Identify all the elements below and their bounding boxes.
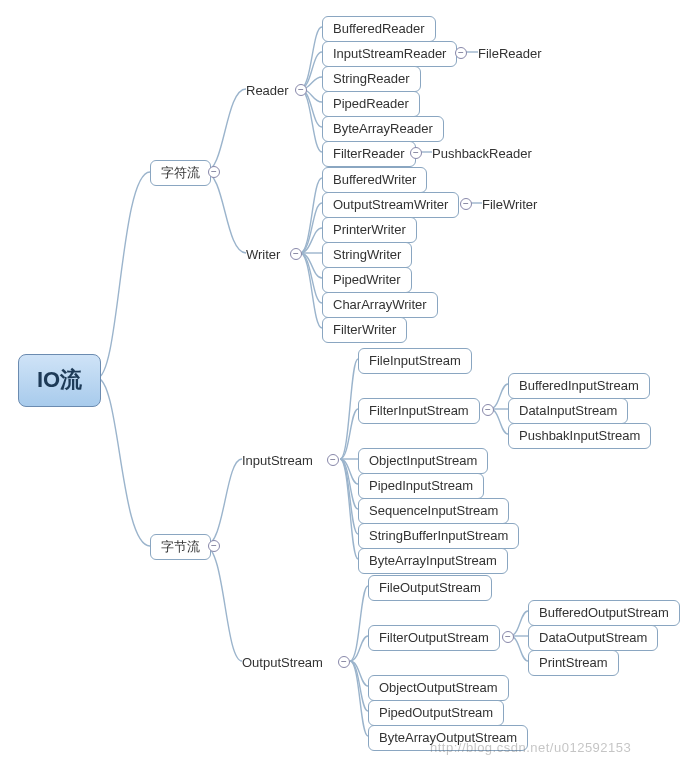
- node-file-input-stream[interactable]: FileInputStream: [358, 348, 472, 374]
- collapse-icon[interactable]: −: [290, 248, 302, 260]
- node-string-writer[interactable]: StringWriter: [322, 242, 412, 268]
- node-object-output-stream[interactable]: ObjectOutputStream: [368, 675, 509, 701]
- node-printer-writer[interactable]: PrinterWriter: [322, 217, 417, 243]
- node-piped-input-stream[interactable]: PipedInputStream: [358, 473, 484, 499]
- node-byte-array-input-stream[interactable]: ByteArrayInputStream: [358, 548, 508, 574]
- collapse-icon[interactable]: −: [208, 166, 220, 178]
- node-string-reader[interactable]: StringReader: [322, 66, 421, 92]
- node-buffered-reader[interactable]: BufferedReader: [322, 16, 436, 42]
- collapse-icon[interactable]: −: [295, 84, 307, 96]
- node-output-stream-writer[interactable]: OutputStreamWriter: [322, 192, 459, 218]
- node-print-stream[interactable]: PrintStream: [528, 650, 619, 676]
- node-char-stream[interactable]: 字符流: [150, 160, 211, 186]
- node-file-reader[interactable]: FileReader: [478, 45, 542, 63]
- collapse-icon[interactable]: −: [502, 631, 514, 643]
- watermark-text: http://blog.csdn.net/u012592153: [430, 740, 631, 755]
- node-byte-stream[interactable]: 字节流: [150, 534, 211, 560]
- node-char-array-writer[interactable]: CharArrayWriter: [322, 292, 438, 318]
- node-piped-reader[interactable]: PipedReader: [322, 91, 420, 117]
- node-buffered-output-stream[interactable]: BufferedOutputStream: [528, 600, 680, 626]
- node-file-output-stream[interactable]: FileOutputStream: [368, 575, 492, 601]
- node-file-writer[interactable]: FileWriter: [482, 196, 537, 214]
- collapse-icon[interactable]: −: [410, 147, 422, 159]
- node-filter-input-stream[interactable]: FilterInputStream: [358, 398, 480, 424]
- node-filter-writer[interactable]: FilterWriter: [322, 317, 407, 343]
- node-writer[interactable]: Writer: [246, 246, 280, 264]
- node-reader[interactable]: Reader: [246, 82, 289, 100]
- root-node[interactable]: IO流: [18, 354, 101, 407]
- node-data-output-stream[interactable]: DataOutputStream: [528, 625, 658, 651]
- node-sequence-input-stream[interactable]: SequenceInputStream: [358, 498, 509, 524]
- collapse-icon[interactable]: −: [482, 404, 494, 416]
- collapse-icon[interactable]: −: [460, 198, 472, 210]
- node-object-input-stream[interactable]: ObjectInputStream: [358, 448, 488, 474]
- node-pushback-reader[interactable]: PushbackReader: [432, 145, 532, 163]
- collapse-icon[interactable]: −: [455, 47, 467, 59]
- node-byte-array-reader[interactable]: ByteArrayReader: [322, 116, 444, 142]
- node-pushbak-input-stream[interactable]: PushbakInputStream: [508, 423, 651, 449]
- node-data-input-stream[interactable]: DataInputStream: [508, 398, 628, 424]
- node-buffered-writer[interactable]: BufferedWriter: [322, 167, 427, 193]
- node-piped-output-stream[interactable]: PipedOutputStream: [368, 700, 504, 726]
- collapse-icon[interactable]: −: [208, 540, 220, 552]
- node-input-stream[interactable]: InputStream: [242, 452, 313, 470]
- node-input-stream-reader[interactable]: InputStreamReader: [322, 41, 457, 67]
- node-filter-output-stream[interactable]: FilterOutputStream: [368, 625, 500, 651]
- node-buffered-input-stream[interactable]: BufferedInputStream: [508, 373, 650, 399]
- collapse-icon[interactable]: −: [327, 454, 339, 466]
- collapse-icon[interactable]: −: [338, 656, 350, 668]
- node-string-buffer-input-stream[interactable]: StringBufferInputStream: [358, 523, 519, 549]
- node-piped-writer[interactable]: PipedWriter: [322, 267, 412, 293]
- node-filter-reader[interactable]: FilterReader: [322, 141, 416, 167]
- node-output-stream[interactable]: OutputStream: [242, 654, 323, 672]
